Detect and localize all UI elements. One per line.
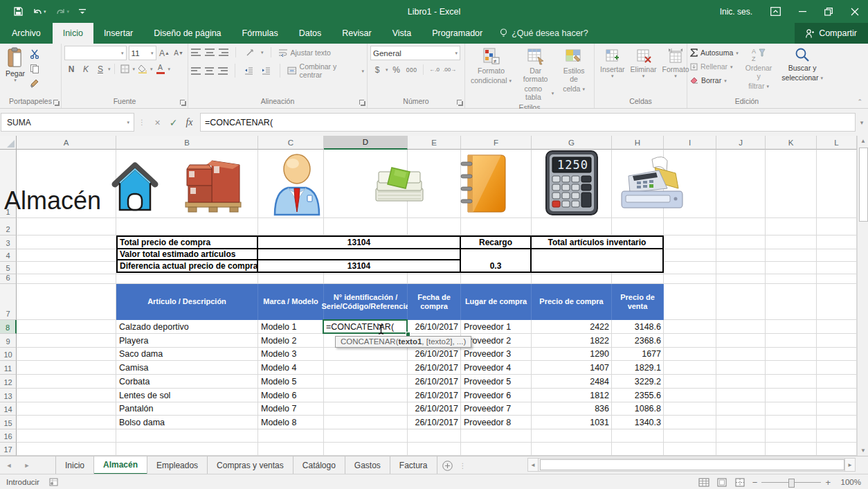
sheet-tab-compras-y-ventas[interactable]: Compras y ventas xyxy=(208,456,293,474)
table-cell-r14-c2[interactable]: Modelo 7 xyxy=(258,402,324,416)
table-cell-r11-c4[interactable]: 26/10/2017 xyxy=(408,361,461,375)
tab-dise-o-de-p-gina[interactable]: Diseño de página xyxy=(143,23,231,44)
underline-button[interactable]: S xyxy=(93,62,107,75)
table-cell-r12-c2[interactable]: Modelo 5 xyxy=(258,375,324,389)
column-header-C[interactable]: C xyxy=(258,136,324,150)
row-header-11[interactable]: 11 xyxy=(0,361,17,375)
conditional-format-button[interactable]: ≠ Formato condicional▾ xyxy=(468,46,514,103)
sign-in-button[interactable]: Inic. ses. xyxy=(711,0,761,23)
page-break-view-icon[interactable] xyxy=(734,478,745,487)
row-header-9[interactable]: 9 xyxy=(0,334,17,348)
copy-icon[interactable] xyxy=(28,62,42,75)
scroll-down-icon[interactable]: ▼ xyxy=(858,445,868,456)
zoom-level[interactable]: 100% xyxy=(838,478,861,486)
row-header-12[interactable]: 12 xyxy=(0,375,17,389)
column-header-B[interactable]: B xyxy=(116,136,258,150)
align-left-icon[interactable] xyxy=(191,67,201,75)
table-cell-r14-c3[interactable] xyxy=(324,402,408,416)
macro-record-icon[interactable] xyxy=(49,478,58,486)
redo-button[interactable]: ▾ xyxy=(56,8,70,16)
table-cell-r10-c4[interactable]: 26/10/2017 xyxy=(408,348,461,362)
table-header-0[interactable]: Artículo / Descripción xyxy=(116,284,258,320)
recargo-label[interactable]: Recargo xyxy=(460,235,532,249)
table-header-2[interactable]: N° identificación / Serie/Código/Referen… xyxy=(324,284,408,320)
delete-cells-button[interactable]: Eliminar▾ xyxy=(628,46,660,96)
merge-center-button[interactable]: Combinar y centrar ▾ xyxy=(287,62,364,79)
font-name-combo[interactable]: ▾ xyxy=(64,46,127,60)
decrease-indent-icon[interactable] xyxy=(242,64,255,78)
confirm-entry-button[interactable]: ✓ xyxy=(165,114,181,131)
table-cell-r12-c3[interactable] xyxy=(324,375,408,389)
sheet-nav-right-icon[interactable]: ► xyxy=(18,456,36,474)
row-header-15[interactable]: 15 xyxy=(0,416,17,429)
tell-me-box[interactable]: ¿Qué desea hacer? xyxy=(493,23,595,44)
format-as-table-button[interactable]: Dar formato como tabla▾ xyxy=(514,46,557,103)
table-cell-r8-c6[interactable]: 2422 xyxy=(532,320,612,334)
tab-inicio[interactable]: Inicio xyxy=(53,23,93,44)
tab-datos[interactable]: Datos xyxy=(289,23,332,44)
tab-programador[interactable]: Programador xyxy=(422,23,493,44)
undo-button[interactable]: ▾ xyxy=(33,8,46,16)
recargo-value[interactable]: 0.3 xyxy=(460,248,532,273)
horizontal-scroll-thumb[interactable] xyxy=(540,459,844,470)
align-right-icon[interactable] xyxy=(218,67,228,75)
table-cell-r11-c1[interactable]: Camisa xyxy=(116,361,258,375)
vertical-scrollbar[interactable]: ▲ ▼ xyxy=(857,136,868,456)
row-header-3[interactable]: 3 xyxy=(0,235,17,249)
row-header-8[interactable]: 8 xyxy=(0,320,17,334)
table-cell-r9-c7[interactable]: 2368.6 xyxy=(612,334,664,348)
table-cell-r8-c7[interactable]: 3148.6 xyxy=(612,320,664,334)
table-cell-r9-c2[interactable]: Modelo 2 xyxy=(258,334,324,348)
table-cell-r13-c2[interactable]: Modelo 6 xyxy=(258,389,324,402)
font-color-icon[interactable]: A xyxy=(154,62,168,75)
table-cell-r10-c1[interactable]: Saco dama xyxy=(116,348,258,362)
table-cell-r10-c3[interactable] xyxy=(324,348,408,362)
table-cell-r10-c2[interactable]: Modelo 3 xyxy=(258,348,324,362)
sheet-tab-cat-logo[interactable]: Catálogo xyxy=(293,456,345,474)
customize-qat-button[interactable] xyxy=(79,8,86,16)
table-cell-r9-c5[interactable]: Proveedor 2 xyxy=(461,334,532,348)
table-cell-r12-c4[interactable]: 26/10/2017 xyxy=(408,375,461,389)
column-header-L[interactable]: L xyxy=(817,136,857,150)
thousands-format-button[interactable]: 000 xyxy=(405,63,419,76)
fill-color-icon[interactable] xyxy=(136,62,150,75)
number-format-combo[interactable]: General▾ xyxy=(370,46,460,60)
table-cell-r12-c7[interactable]: 3229.2 xyxy=(612,375,664,389)
percent-format-button[interactable]: % xyxy=(390,63,404,76)
scroll-left-icon[interactable]: ◄ xyxy=(527,458,539,472)
row-header-2[interactable]: 2 xyxy=(0,218,17,235)
sort-filter-button[interactable]: AZ Ordenar y filtrar▾ xyxy=(743,46,775,96)
employee-icon[interactable] xyxy=(271,152,323,216)
summary-value-1[interactable]: 13104 xyxy=(257,235,461,249)
column-header-K[interactable]: K xyxy=(766,136,817,150)
align-middle-icon[interactable] xyxy=(205,48,215,56)
table-cell-r15-c5[interactable]: Proveedor 8 xyxy=(461,416,532,429)
zoom-in-button[interactable]: + xyxy=(825,477,831,488)
align-center-icon[interactable] xyxy=(205,67,215,75)
row-header-7[interactable]: 7 xyxy=(0,284,17,320)
italic-button[interactable]: K xyxy=(79,62,93,75)
table-cell-r10-c7[interactable]: 1677 xyxy=(612,348,664,362)
inventario-value[interactable] xyxy=(530,248,664,273)
fill-button[interactable]: Rellenar▾ xyxy=(690,60,739,73)
zoom-out-button[interactable]: − xyxy=(752,477,758,488)
new-sheet-button[interactable] xyxy=(437,456,458,474)
currency-format-button[interactable]: $ xyxy=(370,63,384,76)
tab-revisar[interactable]: Revisar xyxy=(332,23,381,44)
orientation-icon[interactable] xyxy=(243,46,257,59)
summary-label-1[interactable]: Total precio de compra xyxy=(116,235,258,249)
font-size-combo[interactable]: 11▾ xyxy=(129,46,156,60)
cancel-entry-button[interactable]: × xyxy=(150,114,165,131)
table-header-6[interactable]: Precio de venta xyxy=(612,284,664,320)
align-top-icon[interactable] xyxy=(191,48,201,56)
table-cell-r11-c2[interactable]: Modelo 4 xyxy=(258,361,324,375)
select-all-corner[interactable] xyxy=(0,136,17,150)
save-icon[interactable] xyxy=(14,7,23,16)
table-cell-r14-c7[interactable]: 1086.8 xyxy=(612,402,664,416)
restore-button[interactable] xyxy=(815,0,842,23)
tab-f-rmulas[interactable]: Fórmulas xyxy=(232,23,289,44)
column-header-A[interactable]: A xyxy=(17,136,116,150)
table-header-1[interactable]: Marca / Modelo xyxy=(258,284,324,320)
insert-function-button[interactable]: fx xyxy=(181,114,197,131)
insert-cells-button[interactable]: Insertar▾ xyxy=(597,46,628,96)
